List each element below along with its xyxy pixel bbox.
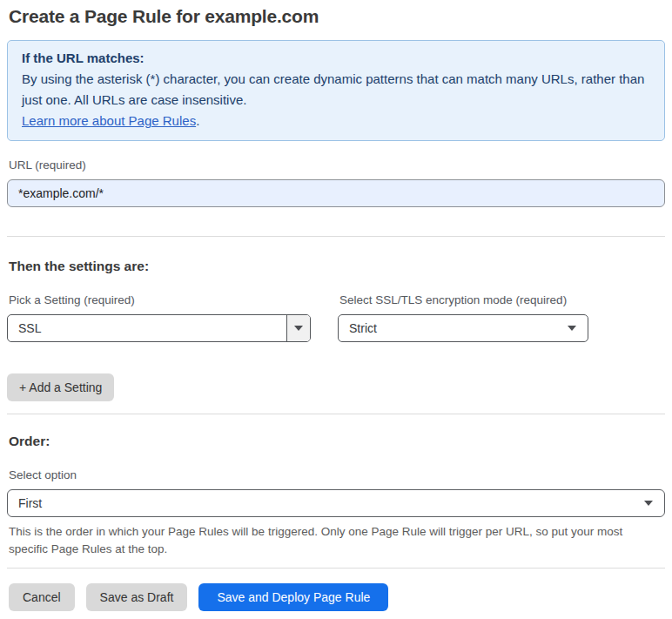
- pick-setting-select[interactable]: SSL: [7, 314, 311, 342]
- ssl-mode-label: Select SSL/TLS encryption mode (required…: [339, 293, 588, 307]
- form-actions: Cancel Save as Draft Save and Deploy Pag…: [9, 583, 665, 611]
- order-section-heading: Order:: [9, 434, 665, 449]
- caret-down-icon: [568, 326, 576, 331]
- learn-more-link[interactable]: Learn more about Page Rules: [22, 113, 196, 128]
- pick-setting-select-value: SSL: [8, 321, 286, 335]
- url-input[interactable]: [7, 179, 665, 207]
- cancel-button[interactable]: Cancel: [9, 583, 75, 611]
- link-suffix: .: [196, 113, 199, 128]
- info-box-body: By using the asterisk (*) character, you…: [22, 69, 650, 111]
- divider: [7, 414, 665, 414]
- settings-section-heading: Then the settings are:: [9, 259, 665, 274]
- url-match-info-box: If the URL matches: By using the asteris…: [7, 40, 665, 141]
- ssl-mode-select[interactable]: Strict: [338, 314, 588, 342]
- ssl-mode-caret-wrap: [568, 326, 588, 331]
- divider: [7, 568, 665, 569]
- order-select-value: First: [8, 496, 644, 510]
- create-page-rule-form: Create a Page Rule for example.com If th…: [0, 0, 672, 611]
- url-field-label: URL (required): [9, 158, 665, 172]
- info-box-heading: If the URL matches:: [22, 48, 650, 69]
- pick-setting-label: Pick a Setting (required): [9, 293, 311, 307]
- order-select-label: Select option: [9, 468, 665, 482]
- caret-down-icon: [644, 501, 653, 506]
- mode-column: Select SSL/TLS encryption mode (required…: [338, 293, 588, 342]
- ssl-mode-select-value: Strict: [339, 321, 568, 335]
- caret-down-icon: [294, 326, 303, 331]
- divider: [7, 236, 665, 237]
- order-caret-wrap: [644, 501, 664, 506]
- info-box-link-line: Learn more about Page Rules.: [22, 111, 650, 131]
- save-and-deploy-button[interactable]: Save and Deploy Page Rule: [198, 583, 388, 611]
- save-as-draft-button[interactable]: Save as Draft: [86, 583, 188, 611]
- add-setting-button[interactable]: + Add a Setting: [7, 373, 114, 401]
- order-helper-text: This is the order in which your Page Rul…: [9, 523, 660, 558]
- settings-row: Pick a Setting (required) SSL Select SSL…: [7, 293, 665, 342]
- setting-column: Pick a Setting (required) SSL: [7, 293, 311, 342]
- order-select[interactable]: First: [7, 489, 665, 517]
- pick-setting-select-arrow-button[interactable]: [286, 315, 310, 341]
- page-title: Create a Page Rule for example.com: [9, 6, 665, 27]
